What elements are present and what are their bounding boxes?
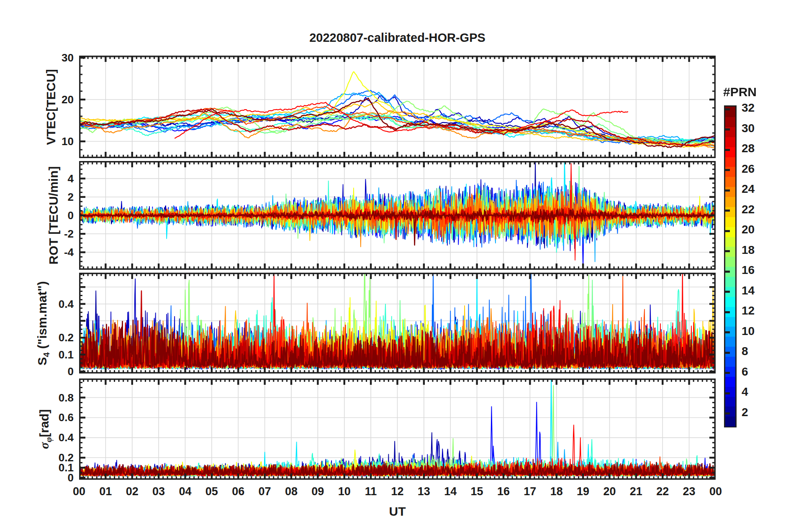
colorbar-tick [725, 169, 730, 171]
x-tick-label: 06 [223, 485, 253, 498]
x-tick-label: 23 [675, 485, 704, 498]
x-tick-label: 22 [648, 485, 677, 498]
colorbar-tick [725, 189, 730, 192]
colorbar-segment-prn-21 [725, 217, 735, 227]
x-tick-label: 09 [303, 485, 332, 498]
x-tick-label: 00 [701, 485, 730, 498]
colorbar-tick-label: 24 [742, 183, 771, 195]
x-tick-label: 17 [515, 485, 544, 498]
colorbar-segment-prn-5 [725, 376, 735, 387]
colorbar-segment-prn-3 [725, 396, 735, 407]
colorbar-tick-label: 32 [742, 102, 771, 114]
x-tick-label: 13 [409, 485, 439, 498]
colorbar-tick-label: 4 [742, 386, 771, 398]
colorbar-segment-prn-17 [725, 256, 735, 267]
colorbar-segment-prn-9 [725, 336, 735, 347]
colorbar-segment-prn-13 [725, 297, 735, 307]
colorbar-segment-prn-22 [725, 207, 735, 217]
colorbar-tick-label: 10 [742, 325, 771, 337]
colorbar-tick [725, 331, 730, 333]
chart-title: 20220807-calibrated-HOR-GPS [79, 31, 716, 45]
colorbar-segment-prn-4 [725, 386, 735, 397]
colorbar-tick-label: 16 [742, 264, 771, 276]
colorbar-tick-label: 8 [742, 345, 771, 357]
x-tick-label: 11 [356, 485, 385, 498]
colorbar-tick-label: 14 [742, 285, 771, 297]
panel-rot [79, 161, 716, 270]
colorbar-tick-label: 22 [742, 204, 771, 215]
x-tick-label: 16 [489, 485, 518, 498]
colorbar-segment-prn-2 [725, 406, 735, 417]
x-tick-label: 04 [171, 485, 200, 498]
colorbar-segment-prn-26 [725, 166, 735, 177]
colorbar-tick-label: 12 [742, 305, 771, 317]
colorbar-tick [725, 149, 730, 151]
colorbar-tick-label: 30 [742, 123, 771, 134]
x-tick-label: 12 [383, 485, 412, 498]
colorbar-segment-prn-19 [725, 236, 735, 247]
x-tick-label: 21 [621, 485, 651, 498]
colorbar-tick-label: 18 [742, 244, 771, 256]
colorbar-tick [725, 128, 730, 130]
colorbar-tick [725, 210, 730, 212]
colorbar-tick [725, 311, 730, 313]
x-tick-label: 00 [64, 485, 94, 498]
colorbar-tick [725, 291, 730, 293]
x-tick-label: 02 [118, 485, 147, 498]
colorbar-tick-label: 26 [742, 163, 771, 175]
colorbar-tick-label: 20 [742, 224, 771, 235]
colorbar-tick [725, 108, 730, 110]
figure-root: 20220807-calibrated-HOR-GPS UT #PRN 1020… [0, 0, 796, 532]
panel-vtec [79, 56, 716, 158]
x-axis-label: UT [79, 504, 716, 519]
x-tick-label: 01 [91, 485, 120, 498]
x-tick-label: 15 [462, 485, 492, 498]
colorbar-tick [725, 271, 730, 273]
colorbar-tick [725, 392, 730, 394]
colorbar-tick-label: 28 [742, 143, 771, 154]
x-tick-label: 14 [436, 485, 465, 498]
colorbar-segment-prn-1 [725, 416, 735, 427]
panel-sigphi-canvas [79, 379, 716, 480]
panel-s4 [79, 273, 716, 373]
colorbar-segment-prn-11 [725, 316, 735, 327]
colorbar-tick [725, 412, 730, 414]
x-tick-label: 19 [568, 485, 598, 498]
colorbar-segment-prn-24 [725, 187, 735, 197]
colorbar-segment-prn-7 [725, 356, 735, 367]
x-tick-label: 18 [542, 485, 571, 498]
panel-s4-canvas [79, 273, 716, 373]
x-tick-label: 10 [330, 485, 359, 498]
x-tick-label: 05 [197, 485, 226, 498]
colorbar-tick-label: 6 [742, 366, 771, 378]
colorbar-segment-prn-25 [725, 176, 735, 187]
colorbar-segment-prn-31 [725, 117, 735, 127]
x-tick-label: 20 [595, 485, 624, 498]
panel-rot-canvas [79, 161, 716, 270]
colorbar-segment-prn-29 [725, 137, 735, 147]
colorbar-tick [725, 230, 730, 232]
colorbar-segment-prn-15 [725, 276, 735, 287]
colorbar-gradient [724, 105, 737, 427]
colorbar-segment-prn-27 [725, 156, 735, 167]
colorbar-title: #PRN [713, 85, 767, 99]
y-axis-label-sigphi: σφ[rad] [36, 341, 53, 517]
colorbar-tick [725, 250, 730, 252]
panel-vtec-canvas [79, 56, 716, 158]
colorbar-segment-prn-28 [725, 147, 735, 157]
colorbar-tick [725, 352, 730, 354]
colorbar-segment-prn-23 [725, 197, 735, 207]
x-tick-label: 03 [144, 485, 173, 498]
colorbar-tick-label: 2 [742, 407, 771, 418]
x-tick-label: 07 [250, 485, 280, 498]
colorbar-tick [725, 372, 730, 374]
x-tick-label: 08 [277, 485, 306, 498]
panel-sigphi [79, 379, 716, 480]
